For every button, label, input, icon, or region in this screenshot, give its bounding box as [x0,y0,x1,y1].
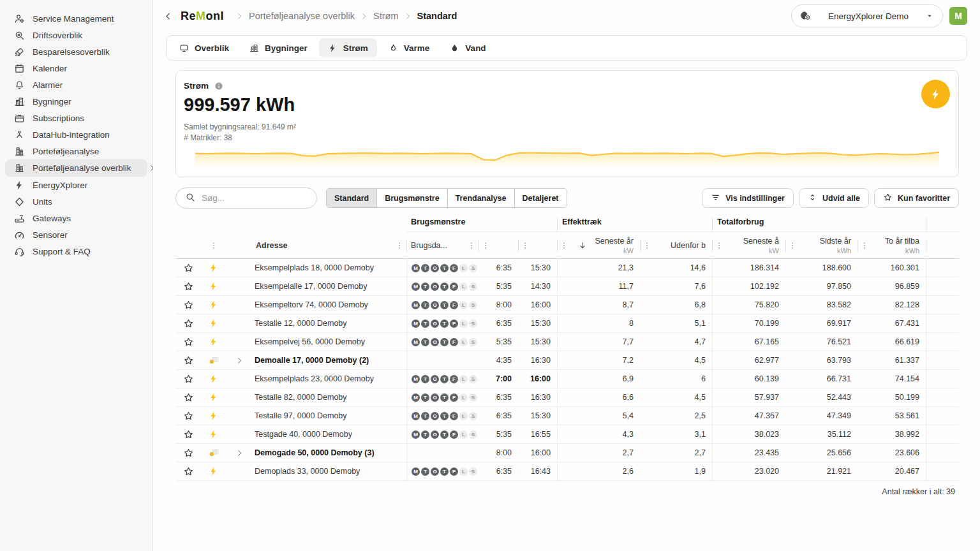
chevron-right-icon [360,12,368,20]
sidebar-item-subscriptions[interactable]: Subscriptions [5,110,147,126]
sidebar-item-besparelsesoverblik[interactable]: Besparelsesoverblik [5,43,147,60]
sidebar-item-alarmer[interactable]: Alarmer [5,77,147,93]
column-header-total-seneste-aar[interactable]: Seneste åkW [712,232,785,258]
sidebar-item-service-management[interactable]: Service Management [5,10,147,27]
view-tab-detaljeret[interactable]: Detaljeret [514,189,567,207]
column-header-adresse[interactable]: Adresse [252,232,406,258]
column-header-effekt-seneste-aar[interactable]: Seneste årkW [557,232,640,258]
column-menu-icon[interactable] [392,241,406,250]
search-input[interactable] [202,193,308,203]
view-tab-brugsm-nstre[interactable]: Brugsmønstre [376,189,447,207]
column-menu-icon[interactable] [207,241,221,250]
effekt-udenfor-cell: 7,6 [640,277,712,295]
sidebar-item-units[interactable]: Units [5,193,147,210]
favorite-star-icon[interactable] [175,370,201,388]
view-tabs: StandardBrugsmønstreTrendanalyseDetaljer… [326,188,567,208]
workspace-selector[interactable]: EnergyXplorer Demo [791,4,943,27]
sidebar-item-kalender[interactable]: Kalender [5,60,147,77]
tab-bygninger[interactable]: Bygninger [241,38,316,57]
column-menu-icon[interactable] [557,241,571,250]
favorite-star-icon[interactable] [175,444,201,462]
favorite-star-icon[interactable] [175,407,201,425]
expand-chevron-icon[interactable] [226,351,252,369]
column-menu-icon[interactable] [640,241,654,250]
sidebar-item-datahub-integration[interactable]: DataHub-integration [5,126,147,143]
table-row[interactable]: Demogade 50, 0000 Demoby (3) 8:00 16:00 … [175,444,959,462]
sidebar-item-sensorer[interactable]: Sensorer [5,226,147,243]
electricity-fab-button[interactable] [921,80,950,108]
time-from-cell: 6:35 [479,462,518,480]
column-header-brugsdage[interactable]: Brugsda... [406,232,479,258]
table-row[interactable]: Eksempelalle 17, 0000 Demoby MTOTFLS 5:3… [175,277,959,296]
column-menu-icon[interactable] [785,241,799,250]
info-icon[interactable] [214,82,223,91]
favorite-star-icon[interactable] [175,296,201,314]
column-header-total-sidste-aar[interactable]: Sidste årkWh [785,232,858,258]
sidebar-item-portef-ljeanalyse-overblik[interactable]: Porteføljeanalyse overblik [5,159,147,177]
search-box[interactable] [175,187,317,209]
table-row[interactable]: Eksempelplads 18, 0000 Demoby MTOTFLS 6:… [175,259,959,277]
tab-varme[interactable]: Varme [380,38,439,57]
favorite-star-icon[interactable] [175,277,201,295]
effekt-udenfor-cell: 6 [640,370,712,388]
column-header-tid-fra[interactable] [479,232,518,258]
view-tab-standard[interactable]: Standard [327,189,376,207]
electricity-bolt-icon [201,259,226,277]
favorite-star-icon[interactable] [175,259,201,277]
vis-indstillinger-button[interactable]: Vis indstillinger [702,188,794,208]
breadcrumb-strom[interactable]: Strøm [373,11,398,21]
day-badge-2: O [431,412,439,420]
favorite-star-icon[interactable] [175,314,201,332]
total-seneste-cell: 75.820 [712,296,785,314]
tab-vand[interactable]: Vand [441,38,494,57]
sidebar-item-support-faq[interactable]: Support & FAQ [5,243,147,260]
column-header-effekt-udenfor[interactable]: Udenfor b [640,232,712,258]
address-cell: Eksempeltorv 74, 0000 Demoby [252,300,406,309]
table-row[interactable]: Demoalle 17, 0000 Demoby (2) 4:35 16:30 … [175,351,959,370]
sort-desc-icon[interactable] [578,241,587,250]
breadcrumb-portfolio[interactable]: Porteføljeanalyse overblik [249,11,355,21]
favorite-star-icon[interactable] [175,388,201,406]
sidebar-item-bygninger[interactable]: Bygninger [5,93,147,110]
sidebar-item-portef-ljeanalyse[interactable]: Porteføljeanalyse [5,143,147,159]
table-row[interactable]: Eksempelvej 56, 0000 Demoby MTOTFLS 5:35… [175,333,959,351]
sidebar-item-gateways[interactable]: Gateways [5,210,147,226]
column-menu-icon[interactable] [712,241,726,250]
table-row[interactable]: Eksempeltorv 74, 0000 Demoby MTOTFLS 8:0… [175,296,959,314]
column-header-total-to-aar[interactable]: To år tilbakWh [858,232,926,258]
table-row[interactable]: Demoplads 33, 0000 Demoby MTOTFLS 6:35 1… [175,462,959,481]
sidebar-item-energyxplorer[interactable]: EnergyXplorer [5,177,147,193]
table-row[interactable]: Testalle 97, 0000 Demoby MTOTFLS 6:35 15… [175,407,959,425]
column-menu-icon[interactable] [479,241,493,250]
tab-overblik[interactable]: Overblik [170,38,238,57]
table-row[interactable]: Testalle 12, 0000 Demoby MTOTFLS 6:35 15… [175,314,959,333]
chevron-down-icon [926,12,933,20]
remoni-logo[interactable]: ReMonI [181,10,224,23]
avatar[interactable]: M [949,7,967,25]
table-row[interactable]: Testgade 40, 0000 Demoby MTOTFLS 5:35 16… [175,425,959,444]
udvid-alle-button[interactable]: Udvid alle [799,188,869,208]
favorite-star-icon[interactable] [175,333,201,351]
table-row[interactable]: Eksempelplads 23, 0000 Demoby MTOTFLS 7:… [175,370,959,388]
column-menu-icon[interactable] [518,241,532,250]
view-tab-trendanalyse[interactable]: Trendanalyse [447,189,514,207]
favorite-star-icon[interactable] [175,351,201,369]
column-header-tid-til[interactable] [518,232,557,258]
favorite-star-icon[interactable] [175,425,201,443]
day-badge-2: O [431,375,439,383]
kun-favoritter-button[interactable]: Kun favoritter [874,188,959,208]
day-badge-1: T [421,393,429,402]
favorite-star-icon[interactable] [175,462,201,480]
filter-actions: Vis indstillinger Udvid alle Kun favorit… [702,188,959,208]
sidebar-item-driftsoverblik[interactable]: Driftsoverblik [5,27,147,43]
table-row[interactable]: Testalle 82, 0000 Demoby MTOTFLS 6:35 16… [175,388,959,407]
total-sidste-cell: 188.600 [785,259,858,277]
effekt-udenfor-cell: 4,5 [640,388,712,406]
tab-str-m[interactable]: Strøm [319,38,377,57]
column-menu-icon[interactable] [858,241,872,250]
effekt-udenfor-cell: 2,5 [640,407,712,425]
back-chevron-icon[interactable] [163,11,173,21]
column-menu-icon[interactable] [464,241,479,250]
address-cell: Demoalle 17, 0000 Demoby (2) [252,356,406,365]
expand-chevron-icon[interactable] [226,444,252,462]
